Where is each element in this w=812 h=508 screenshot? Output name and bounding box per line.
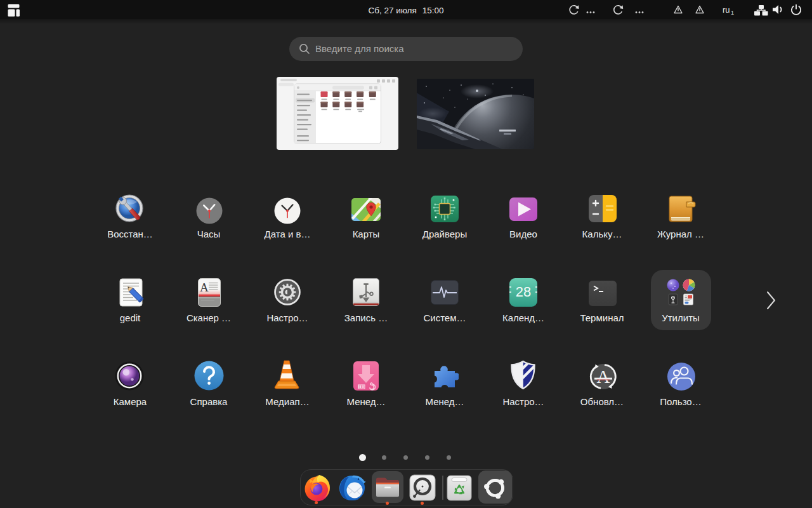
svg-text:ru: ru [723,5,730,15]
svg-text:A: A [200,281,209,294]
svg-text:28: 28 [516,284,531,300]
svg-text:A: A [597,366,610,387]
svg-text:1: 1 [731,10,734,16]
